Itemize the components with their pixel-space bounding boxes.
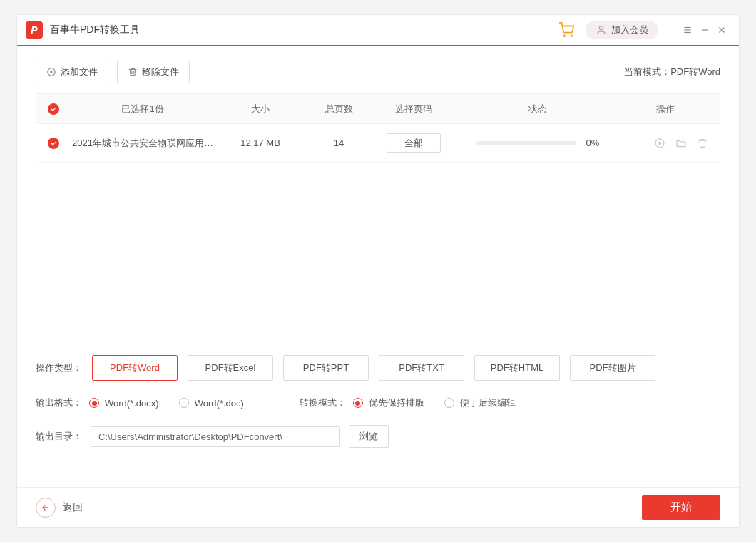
row-filename: 2021年城市公共安全物联网应用示... xyxy=(68,137,218,150)
close-button[interactable] xyxy=(713,21,730,39)
row-size: 12.17 MB xyxy=(218,138,303,148)
user-icon xyxy=(596,24,607,36)
play-icon[interactable] xyxy=(654,138,665,149)
current-mode: 当前模式：PDF转Word xyxy=(624,66,720,78)
title-bar: P 百事牛PDF转换工具 加入会员 xyxy=(17,15,739,46)
delete-row-icon[interactable] xyxy=(697,138,708,149)
th-selected: 已选择1份 xyxy=(68,103,218,116)
svg-point-2 xyxy=(599,26,603,30)
add-file-button[interactable]: 添加文件 xyxy=(36,61,108,83)
top-action-row: 添加文件 移除文件 当前模式：PDF转Word xyxy=(17,46,739,93)
radio-icon xyxy=(444,398,454,408)
page-range-button[interactable]: 全部 xyxy=(387,133,441,153)
output-dir-input[interactable] xyxy=(91,426,340,447)
radio-doc-label: Word(*.doc) xyxy=(195,398,244,409)
browse-button[interactable]: 浏览 xyxy=(349,425,389,448)
th-pages: 总页数 xyxy=(303,103,374,116)
radio-docx-label: Word(*.docx) xyxy=(105,398,159,409)
out-dir-label: 输出目录： xyxy=(36,430,82,443)
svg-point-0 xyxy=(563,35,565,36)
type-pdf-to-image[interactable]: PDF转图片 xyxy=(570,355,655,381)
output-dir-row: 输出目录： 浏览 xyxy=(17,409,739,448)
radio-docx[interactable]: Word(*.docx) xyxy=(89,398,159,409)
radio-icon xyxy=(179,398,189,408)
table-row: 2021年城市公共安全物联网应用示... 12.17 MB 14 全部 0% xyxy=(36,124,720,163)
plus-circle-icon xyxy=(46,67,56,77)
back-button[interactable]: 返回 xyxy=(36,498,83,518)
back-label: 返回 xyxy=(63,501,83,514)
app-window: P 百事牛PDF转换工具 加入会员 添加文件 移除文件 当前模式：PDF转Wor… xyxy=(16,14,740,528)
operation-type-row: 操作类型： PDF转Word PDF转Excel PDF转PPT PDF转TXT… xyxy=(17,339,739,381)
row-checkbox[interactable] xyxy=(48,138,59,149)
type-pdf-to-word[interactable]: PDF转Word xyxy=(92,355,178,381)
row-progress: 0% xyxy=(453,138,623,148)
type-pdf-to-html[interactable]: PDF转HTML xyxy=(474,355,560,381)
cart-icon[interactable] xyxy=(558,22,574,38)
radio-easy-edit-label: 便于后续编辑 xyxy=(460,397,516,409)
app-title: 百事牛PDF转换工具 xyxy=(50,24,140,36)
menu-button[interactable] xyxy=(679,21,696,39)
remove-file-label: 移除文件 xyxy=(142,66,179,78)
radio-doc[interactable]: Word(*.doc) xyxy=(179,398,244,409)
conv-mode-label: 转换模式： xyxy=(300,397,346,409)
file-table: 已选择1份 大小 总页数 选择页码 状态 操作 2021年城市公共安全物联网应用… xyxy=(36,93,720,339)
mode-prefix: 当前模式： xyxy=(624,66,670,77)
table-header: 已选择1份 大小 总页数 选择页码 状态 操作 xyxy=(36,94,720,124)
progress-bar xyxy=(476,141,576,145)
radio-keep-layout[interactable]: 优先保持排版 xyxy=(353,397,424,409)
th-status: 状态 xyxy=(453,103,623,116)
radio-keep-layout-label: 优先保持排版 xyxy=(369,397,424,409)
start-button[interactable]: 开始 xyxy=(642,495,720,520)
select-all-checkbox[interactable] xyxy=(48,103,59,115)
type-pdf-to-ppt[interactable]: PDF转PPT xyxy=(283,355,369,381)
th-range: 选择页码 xyxy=(374,103,453,116)
minimize-button[interactable] xyxy=(696,21,713,39)
op-type-label: 操作类型： xyxy=(36,362,82,374)
th-ops: 操作 xyxy=(623,103,708,116)
app-logo: P xyxy=(26,21,43,39)
out-format-label: 输出格式： xyxy=(36,397,82,409)
svg-marker-15 xyxy=(659,141,662,145)
type-pdf-to-excel[interactable]: PDF转Excel xyxy=(188,355,273,381)
radio-easy-edit[interactable]: 便于后续编辑 xyxy=(444,397,516,409)
title-divider xyxy=(673,23,673,37)
trash-icon xyxy=(128,67,138,77)
type-pdf-to-txt[interactable]: PDF转TXT xyxy=(379,355,464,381)
svg-point-1 xyxy=(571,35,572,36)
radio-icon xyxy=(353,398,363,408)
add-file-label: 添加文件 xyxy=(61,66,98,78)
th-size: 大小 xyxy=(218,103,303,116)
arrow-left-icon xyxy=(36,498,56,518)
mode-value: PDF转Word xyxy=(670,66,720,77)
vip-button[interactable]: 加入会员 xyxy=(586,21,658,39)
row-pages: 14 xyxy=(303,138,374,148)
vip-label: 加入会员 xyxy=(611,24,648,36)
radio-icon xyxy=(89,398,99,408)
remove-file-button[interactable]: 移除文件 xyxy=(117,61,190,83)
folder-icon[interactable] xyxy=(675,138,687,149)
format-mode-row: 输出格式： Word(*.docx) Word(*.doc) 转换模式： 优先保… xyxy=(17,381,739,409)
footer: 返回 开始 xyxy=(17,487,739,527)
browse-label: 浏览 xyxy=(359,430,378,443)
progress-percent: 0% xyxy=(586,138,600,148)
logo-letter: P xyxy=(31,24,37,36)
